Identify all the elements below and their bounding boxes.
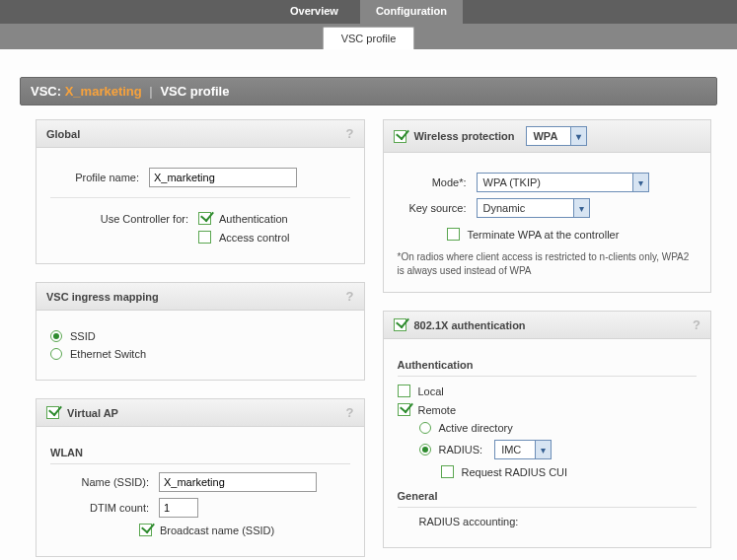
radius-select[interactable]: IMC ▾ [494,440,552,459]
help-icon[interactable]: ? [693,317,700,332]
key-source-select-value: Dynamic [483,202,526,214]
chevron-down-icon: ▾ [570,127,586,145]
active-directory-label: Active directory [439,422,513,434]
dtim-input[interactable] [159,498,198,518]
ssid-name-input[interactable] [159,472,317,492]
help-icon[interactable]: ? [346,405,354,420]
chevron-down-icon: ▾ [573,199,589,217]
panel-8021x: 802.1X authentication ? Authentication L… [383,311,712,548]
panel-virtual-ap: Virtual AP ? WLAN Name (SSID): DTIM coun… [36,398,365,557]
wireless-protection-checkbox[interactable] [394,130,406,143]
ingress-ssid-label: SSID [70,330,96,342]
access-control-label: Access control [219,232,290,244]
panel-8021x-title: 802.1X authentication [414,319,526,331]
wireless-protection-select[interactable]: WPA ▾ [526,126,587,146]
chevron-down-icon: ▾ [632,174,648,191]
use-controller-label: Use Controller for: [50,213,198,225]
request-cui-label: Request RADIUS CUI [462,466,568,478]
request-cui-checkbox[interactable] [441,465,454,478]
chevron-down-icon: ▾ [535,441,551,458]
breadcrumb-suffix: VSC profile [160,84,229,99]
mode-label: Mode*: [398,176,477,188]
sub-tabs: VSC profile [0,24,737,49]
local-label: Local [418,385,444,397]
authentication-checkbox[interactable] [198,212,211,225]
authentication-label: Authentication [219,213,288,225]
panel-virtual-ap-title: Virtual AP [67,407,118,419]
subtab-vsc-profile[interactable]: VSC profile [323,27,415,49]
tab-configuration[interactable]: Configuration [360,0,463,24]
tab-overview[interactable]: Overview [274,0,354,24]
dtim-label: DTIM count: [50,502,159,514]
help-icon[interactable]: ? [346,289,354,304]
profile-name-input[interactable] [149,168,297,187]
mode-select-value: WPA (TKIP) [483,176,541,188]
radius-select-value: IMC [501,444,521,455]
key-source-label: Key source: [398,202,477,214]
auth-section-label: Authentication [398,357,698,377]
panel-ingress: VSC ingress mapping ? SSID Ethernet Swit… [36,282,365,381]
panel-global-title: Global [46,128,80,140]
terminate-wpa-checkbox[interactable] [447,228,460,241]
ssid-name-label: Name (SSID): [50,476,159,488]
virtual-ap-checkbox[interactable] [46,406,59,419]
wpa-footnote: *On radios where client access is restri… [398,250,698,278]
breadcrumb-name: X_marketing [65,84,142,99]
terminate-wpa-label: Terminate WPA at the controller [468,229,620,241]
ingress-ssid-radio[interactable] [50,330,62,342]
broadcast-label: Broadcast name (SSID) [160,525,274,536]
panel-wireless-protection: Wireless protection WPA ▾ Mode*: WPA (TK… [383,119,712,293]
active-directory-radio[interactable] [419,422,431,434]
general-section-label: General [398,488,698,508]
radius-radio[interactable] [419,444,431,455]
ingress-eth-label: Ethernet Switch [70,348,146,360]
help-icon[interactable]: ? [346,126,354,141]
remote-checkbox[interactable] [398,403,410,416]
broadcast-checkbox[interactable] [139,524,152,536]
local-checkbox[interactable] [398,385,410,397]
radius-label: RADIUS: [439,444,483,455]
wireless-protection-select-value: WPA [533,130,557,142]
breadcrumb-sep: | [149,84,152,99]
profile-name-label: Profile name: [50,172,149,183]
wlan-section-label: WLAN [50,445,350,464]
breadcrumb: VSC: X_marketing | VSC profile [20,77,717,105]
remote-label: Remote [418,404,457,416]
mode-select[interactable]: WPA (TKIP) ▾ [477,173,649,192]
ingress-eth-radio[interactable] [50,348,62,360]
panel-global: Global ? Profile name: Use Controller fo… [36,119,365,264]
top-tabs: Overview Configuration [0,0,737,24]
key-source-select[interactable]: Dynamic ▾ [477,198,590,218]
radius-accounting-label: RADIUS accounting: [419,516,519,527]
8021x-checkbox[interactable] [394,318,406,331]
access-control-checkbox[interactable] [198,231,211,244]
panel-ingress-title: VSC ingress mapping [46,291,159,303]
breadcrumb-prefix: VSC: [31,84,61,99]
panel-wireless-protection-title: Wireless protection [414,130,515,142]
